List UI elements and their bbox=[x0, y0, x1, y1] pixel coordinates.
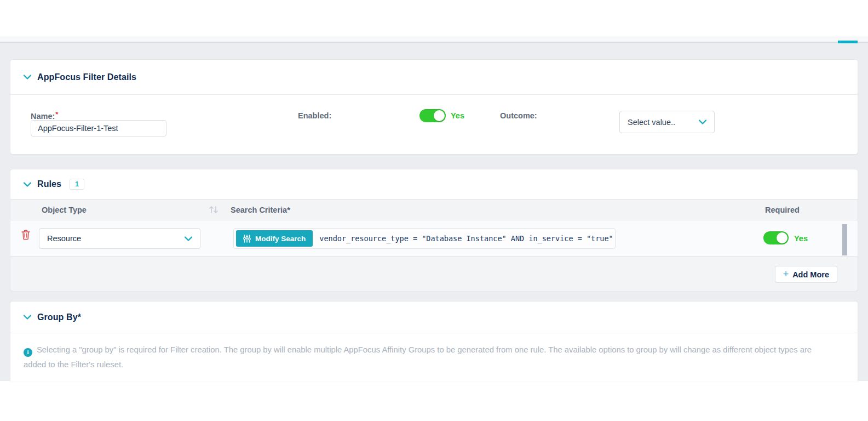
info-icon: i bbox=[24, 348, 32, 357]
outcome-label: Outcome: bbox=[500, 111, 537, 120]
top-band bbox=[0, 36, 868, 42]
sliders-icon bbox=[243, 235, 251, 243]
search-query-text: vendor_resource_type = "Database Instanc… bbox=[319, 234, 613, 243]
object-type-select[interactable]: Resource bbox=[39, 228, 200, 249]
column-search-criteria: Search Criteria* bbox=[231, 206, 290, 214]
filter-details-header[interactable]: AppFocus Filter Details bbox=[10, 60, 858, 95]
enabled-value: Yes bbox=[451, 111, 464, 120]
filter-details-card: AppFocus Filter Details Name:* Enabled: … bbox=[10, 59, 858, 155]
name-label: Name:* bbox=[31, 110, 58, 121]
name-input[interactable] bbox=[31, 120, 166, 136]
object-type-selected-value: Resource bbox=[47, 234, 81, 243]
outcome-selected-value: Select value.. bbox=[628, 118, 675, 127]
rule-row: Resource Modify Search vendor_resource_t… bbox=[10, 220, 858, 257]
add-more-button[interactable]: + Add More bbox=[775, 266, 837, 283]
delete-rule-icon[interactable] bbox=[21, 230, 31, 241]
column-object-type: Object Type bbox=[42, 206, 87, 214]
rules-card: Rules 1 Object Type Search Criteria* Req… bbox=[10, 169, 858, 291]
required-asterisk: * bbox=[55, 110, 58, 118]
column-required: Required bbox=[765, 206, 800, 214]
outcome-select[interactable]: Select value.. bbox=[619, 111, 715, 133]
rules-count-badge: 1 bbox=[70, 179, 84, 190]
required-toggle[interactable] bbox=[763, 231, 789, 244]
toggle-knob bbox=[777, 232, 787, 243]
modify-search-button[interactable]: Modify Search bbox=[236, 230, 313, 247]
chevron-down-icon bbox=[24, 315, 31, 320]
rules-title: Rules bbox=[37, 179, 61, 189]
toggle-knob bbox=[434, 110, 445, 121]
filter-details-title: AppFocus Filter Details bbox=[37, 72, 136, 82]
rules-table-header: Object Type Search Criteria* Required bbox=[10, 199, 858, 220]
enabled-toggle[interactable] bbox=[419, 109, 446, 122]
add-more-label: Add More bbox=[792, 270, 829, 279]
group-by-card: Group By* iSelecting a "group by" is req… bbox=[10, 301, 858, 382]
group-by-info-text: Selecting a "group by" is required for F… bbox=[24, 345, 812, 369]
required-value: Yes bbox=[794, 234, 808, 243]
group-by-title: Group By* bbox=[37, 312, 81, 322]
plus-icon: + bbox=[783, 269, 789, 279]
chevron-down-icon bbox=[699, 120, 706, 124]
rules-header[interactable]: Rules 1 bbox=[10, 169, 858, 199]
chevron-down-icon bbox=[185, 236, 192, 241]
enabled-label: Enabled: bbox=[298, 111, 331, 120]
sort-icon[interactable] bbox=[209, 205, 219, 214]
chevron-down-icon bbox=[24, 75, 31, 79]
rules-footer: + Add More bbox=[10, 257, 858, 291]
modify-search-label: Modify Search bbox=[255, 235, 306, 243]
search-criteria-field: Modify Search vendor_resource_type = "Da… bbox=[233, 228, 616, 249]
chevron-down-icon bbox=[24, 182, 31, 187]
group-by-header[interactable]: Group By* bbox=[10, 301, 858, 333]
table-scrollbar[interactable] bbox=[842, 224, 847, 255]
group-by-info: iSelecting a "group by" is required for … bbox=[24, 343, 829, 372]
